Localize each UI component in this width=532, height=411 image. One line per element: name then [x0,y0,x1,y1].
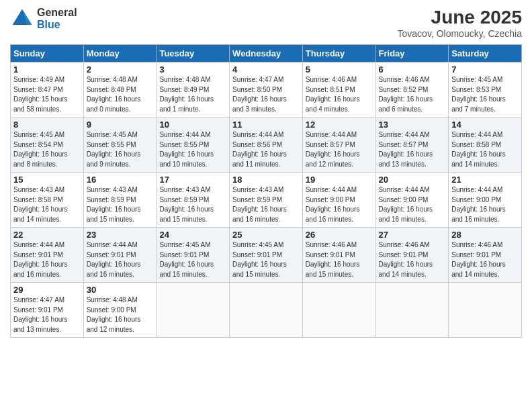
calendar-week-5: 29Sunrise: 4:47 AM Sunset: 9:01 PM Dayli… [11,283,522,338]
day-info: Sunrise: 4:46 AM Sunset: 9:01 PM Dayligh… [306,240,373,279]
calendar-cell: 24Sunrise: 4:45 AM Sunset: 9:01 PM Dayli… [157,228,230,283]
day-number: 21 [451,175,519,185]
day-number: 23 [87,230,154,240]
calendar-week-1: 1Sunrise: 4:49 AM Sunset: 8:47 PM Daylig… [11,62,522,118]
calendar-cell: 9Sunrise: 4:45 AM Sunset: 8:55 PM Daylig… [83,118,157,173]
calendar-header-row: SundayMondayTuesdayWednesdayThursdayFrid… [11,45,522,62]
day-number: 27 [379,230,446,240]
day-info: Sunrise: 4:48 AM Sunset: 9:00 PM Dayligh… [87,295,154,334]
day-number: 12 [306,120,373,130]
day-of-week-wednesday: Wednesday [230,45,303,62]
day-info: Sunrise: 4:44 AM Sunset: 8:57 PM Dayligh… [306,130,373,169]
day-number: 15 [13,175,81,185]
calendar-cell: 26Sunrise: 4:46 AM Sunset: 9:01 PM Dayli… [302,228,375,283]
calendar-cell: 8Sunrise: 4:45 AM Sunset: 8:54 PM Daylig… [11,118,84,173]
calendar-cell [375,283,449,338]
day-info: Sunrise: 4:45 AM Sunset: 8:53 PM Dayligh… [451,75,519,114]
calendar-cell: 12Sunrise: 4:44 AM Sunset: 8:57 PM Dayli… [302,118,375,173]
day-info: Sunrise: 4:49 AM Sunset: 8:47 PM Dayligh… [13,75,81,114]
logo-general: General [37,7,77,19]
calendar-cell: 30Sunrise: 4:48 AM Sunset: 9:00 PM Dayli… [83,283,157,338]
calendar-cell: 7Sunrise: 4:45 AM Sunset: 8:53 PM Daylig… [449,62,522,118]
day-of-week-monday: Monday [83,45,157,62]
day-number: 3 [159,64,226,75]
calendar-cell: 1Sunrise: 4:49 AM Sunset: 8:47 PM Daylig… [11,62,84,118]
day-of-week-saturday: Saturday [449,45,522,62]
day-info: Sunrise: 4:44 AM Sunset: 9:00 PM Dayligh… [306,185,373,224]
calendar-cell [449,283,522,338]
calendar-cell [230,283,303,338]
day-number: 22 [13,230,81,240]
calendar-cell: 14Sunrise: 4:44 AM Sunset: 8:58 PM Dayli… [449,118,522,173]
day-info: Sunrise: 4:44 AM Sunset: 9:00 PM Dayligh… [379,185,446,224]
calendar-cell: 23Sunrise: 4:44 AM Sunset: 9:01 PM Dayli… [83,228,157,283]
calendar-cell: 29Sunrise: 4:47 AM Sunset: 9:01 PM Dayli… [11,283,84,338]
calendar-week-4: 22Sunrise: 4:44 AM Sunset: 9:01 PM Dayli… [11,228,522,283]
day-info: Sunrise: 4:44 AM Sunset: 9:00 PM Dayligh… [451,185,519,224]
day-number: 2 [87,64,154,75]
day-info: Sunrise: 4:44 AM Sunset: 9:01 PM Dayligh… [87,240,154,279]
day-info: Sunrise: 4:47 AM Sunset: 9:01 PM Dayligh… [13,295,81,334]
day-number: 10 [159,120,226,130]
calendar-cell: 15Sunrise: 4:43 AM Sunset: 8:58 PM Dayli… [11,173,84,228]
calendar-cell: 2Sunrise: 4:48 AM Sunset: 8:48 PM Daylig… [83,62,157,118]
day-number: 1 [13,64,81,75]
day-info: Sunrise: 4:44 AM Sunset: 9:01 PM Dayligh… [13,240,81,279]
logo: General Blue [10,7,77,31]
day-info: Sunrise: 4:44 AM Sunset: 8:58 PM Dayligh… [451,130,519,169]
title-block: June 2025 Tovacov, Olomoucky, Czechia [398,7,522,39]
day-number: 4 [232,64,300,75]
day-info: Sunrise: 4:48 AM Sunset: 8:48 PM Dayligh… [87,75,154,114]
calendar-cell: 16Sunrise: 4:43 AM Sunset: 8:59 PM Dayli… [83,173,157,228]
day-info: Sunrise: 4:44 AM Sunset: 8:56 PM Dayligh… [232,130,300,169]
header: General Blue June 2025 Tovacov, Olomouck… [10,7,522,39]
calendar-week-2: 8Sunrise: 4:45 AM Sunset: 8:54 PM Daylig… [11,118,522,173]
day-info: Sunrise: 4:46 AM Sunset: 9:01 PM Dayligh… [379,240,446,279]
day-info: Sunrise: 4:47 AM Sunset: 8:50 PM Dayligh… [232,75,300,114]
calendar-cell: 17Sunrise: 4:43 AM Sunset: 8:59 PM Dayli… [157,173,230,228]
day-number: 29 [13,285,81,295]
day-number: 18 [232,175,300,185]
day-number: 8 [13,120,81,130]
calendar-cell [302,283,375,338]
calendar-week-3: 15Sunrise: 4:43 AM Sunset: 8:58 PM Dayli… [11,173,522,228]
subtitle: Tovacov, Olomoucky, Czechia [398,28,522,39]
day-of-week-friday: Friday [375,45,449,62]
calendar-cell: 5Sunrise: 4:46 AM Sunset: 8:51 PM Daylig… [302,62,375,118]
day-number: 13 [379,120,446,130]
page: General Blue June 2025 Tovacov, Olomouck… [0,0,532,411]
day-info: Sunrise: 4:44 AM Sunset: 8:55 PM Dayligh… [159,130,226,169]
day-info: Sunrise: 4:44 AM Sunset: 8:57 PM Dayligh… [379,130,446,169]
logo-icon [10,7,34,31]
calendar-cell: 10Sunrise: 4:44 AM Sunset: 8:55 PM Dayli… [157,118,230,173]
day-number: 11 [232,120,300,130]
day-info: Sunrise: 4:46 AM Sunset: 9:01 PM Dayligh… [451,240,519,279]
calendar-cell: 3Sunrise: 4:48 AM Sunset: 8:49 PM Daylig… [157,62,230,118]
day-info: Sunrise: 4:43 AM Sunset: 8:58 PM Dayligh… [13,185,81,224]
day-number: 17 [159,175,226,185]
day-info: Sunrise: 4:43 AM Sunset: 8:59 PM Dayligh… [159,185,226,224]
day-info: Sunrise: 4:48 AM Sunset: 8:49 PM Dayligh… [159,75,226,114]
calendar-cell: 19Sunrise: 4:44 AM Sunset: 9:00 PM Dayli… [302,173,375,228]
day-number: 25 [232,230,300,240]
day-number: 20 [379,175,446,185]
calendar-cell: 6Sunrise: 4:46 AM Sunset: 8:52 PM Daylig… [375,62,449,118]
day-info: Sunrise: 4:43 AM Sunset: 8:59 PM Dayligh… [232,185,300,224]
day-number: 26 [306,230,373,240]
calendar-cell: 28Sunrise: 4:46 AM Sunset: 9:01 PM Dayli… [449,228,522,283]
logo-blue: Blue [37,19,77,31]
day-info: Sunrise: 4:45 AM Sunset: 8:54 PM Dayligh… [13,130,81,169]
calendar-cell: 11Sunrise: 4:44 AM Sunset: 8:56 PM Dayli… [230,118,303,173]
calendar-cell: 21Sunrise: 4:44 AM Sunset: 9:00 PM Dayli… [449,173,522,228]
day-number: 30 [87,285,154,295]
day-number: 5 [306,64,373,75]
day-of-week-thursday: Thursday [302,45,375,62]
calendar-cell: 27Sunrise: 4:46 AM Sunset: 9:01 PM Dayli… [375,228,449,283]
day-info: Sunrise: 4:45 AM Sunset: 9:01 PM Dayligh… [232,240,300,279]
day-of-week-sunday: Sunday [11,45,84,62]
calendar-cell: 4Sunrise: 4:47 AM Sunset: 8:50 PM Daylig… [230,62,303,118]
day-number: 28 [451,230,519,240]
day-info: Sunrise: 4:45 AM Sunset: 8:55 PM Dayligh… [87,130,154,169]
day-number: 7 [451,64,519,75]
day-info: Sunrise: 4:43 AM Sunset: 8:59 PM Dayligh… [87,185,154,224]
